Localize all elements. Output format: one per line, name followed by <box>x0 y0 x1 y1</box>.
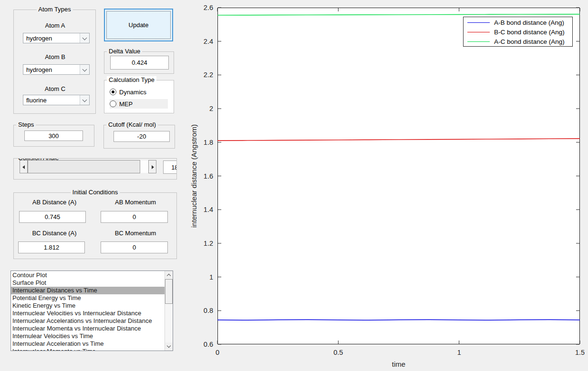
x-tick-label: 1.5 <box>575 349 585 356</box>
delta-value-input[interactable]: 0.424 <box>110 56 169 70</box>
radio-icon <box>110 89 116 95</box>
chevron-down-icon[interactable] <box>80 95 89 105</box>
bc-distance-input[interactable]: 1.812 <box>18 241 85 253</box>
x-tick-label: 0.5 <box>333 349 343 356</box>
delta-value-panel: Delta Value 0.424 <box>104 51 174 74</box>
scroll-down-icon[interactable] <box>165 342 173 351</box>
y-tick-label: 0.6 <box>204 341 213 348</box>
atom-c-value: fluorine <box>26 97 47 104</box>
steps-title: Steps <box>16 121 36 128</box>
atom-b-dropdown[interactable]: hydrogen <box>23 64 90 75</box>
atom-a-value: hydrogen <box>26 35 52 42</box>
y-tick-label: 2.2 <box>204 71 213 79</box>
list-item[interactable]: Contour Plot <box>11 271 165 279</box>
bond-distance-chart: 0.60.811.21.41.61.822.22.42.600.511.5tim… <box>217 8 580 344</box>
y-tick-label: 2.4 <box>204 38 213 45</box>
legend-line-sample <box>467 32 490 32</box>
delta-value-title: Delta Value <box>107 48 142 55</box>
radio-mep[interactable]: MEP <box>110 99 168 109</box>
list-item[interactable]: Potential Energy vs Time <box>11 294 165 302</box>
scrollbar-thumb[interactable] <box>165 279 173 304</box>
update-button-label: Update <box>106 11 171 39</box>
list-item[interactable]: Internuclear Velocities vs Internuclear … <box>11 310 165 317</box>
ab-momentum-input[interactable]: 0 <box>101 211 168 223</box>
atom-types-panel: Atom Types Atom A hydrogen Atom B hydrog… <box>13 10 96 114</box>
legend-label: B-C bond distance (Ang) <box>494 29 565 36</box>
ab-distance-input[interactable]: 0.745 <box>19 211 86 223</box>
radio-dynamics-label: Dynamics <box>119 89 146 96</box>
legend-label: A-B bond distance (Ang) <box>494 19 564 26</box>
radio-dynamics[interactable]: Dynamics <box>110 87 146 97</box>
legend-line-sample <box>467 22 490 23</box>
list-item[interactable]: Kinetic Energy vs Time <box>11 302 165 310</box>
collision-angle-input[interactable]: 180 <box>163 160 177 174</box>
steps-input[interactable]: 300 <box>24 130 83 141</box>
y-tick-label: 1.8 <box>204 139 213 146</box>
list-item[interactable]: Internulear Velocities vs Time <box>11 332 165 340</box>
ab-momentum-label: AB Momentum <box>100 199 171 206</box>
x-tick-label: 1 <box>457 349 461 356</box>
list-item[interactable]: Internuclear Momenta vs Time <box>11 348 165 351</box>
list-item[interactable]: Internuclear Acceleration vs Time <box>11 340 165 348</box>
y-tick-label: 2.6 <box>204 4 213 11</box>
radio-icon <box>110 100 116 107</box>
initial-conditions-title: Initial Conditions <box>71 189 120 196</box>
chevron-down-icon[interactable] <box>80 33 89 43</box>
y-tick-label: 2 <box>209 105 213 112</box>
atom-types-title: Atom Types <box>36 6 72 13</box>
y-axis-label: internuclear distance (Angstrom) <box>190 124 198 228</box>
cutoff-panel: Cutoff (Kcal/ mol) -20 <box>103 125 175 149</box>
chart-legend: A-B bond distance (Ang)B-C bond distance… <box>463 17 573 47</box>
legend-line-sample <box>467 41 490 42</box>
series-line <box>217 320 580 320</box>
slider-thumb[interactable] <box>28 160 140 173</box>
list-item[interactable]: Internuclear Accelerations vs Internucle… <box>11 317 165 325</box>
atom-a-dropdown[interactable]: hydrogen <box>23 33 90 43</box>
y-tick-label: 1.2 <box>204 240 213 247</box>
calculation-type-panel: Calculation Type Dynamics MEP <box>104 80 174 113</box>
plot-area <box>218 8 580 344</box>
collision-angle-slider[interactable] <box>20 160 156 173</box>
y-tick-label: 0.8 <box>204 307 213 314</box>
atom-c-label: Atom C <box>14 85 96 92</box>
slider-right-arrow-icon[interactable] <box>148 160 156 173</box>
bc-momentum-label: BC Momentum <box>100 230 171 237</box>
list-item[interactable]: Internuclear Momenta vs Internuclear Dis… <box>11 325 165 332</box>
legend-entry: A-B bond distance (Ang) <box>464 18 572 27</box>
list-item[interactable]: Surface Plot <box>11 279 165 287</box>
legend-label: A-C bond distance (Ang) <box>494 38 565 45</box>
calculation-type-title: Calculation Type <box>107 76 156 83</box>
y-tick-label: 1.6 <box>204 172 213 180</box>
atom-b-value: hydrogen <box>26 66 52 73</box>
x-axis-label: time <box>392 360 405 368</box>
radio-mep-label: MEP <box>119 100 133 108</box>
legend-entry: B-C bond distance (Ang) <box>464 27 572 37</box>
bc-momentum-input[interactable]: 0 <box>101 241 168 253</box>
atom-c-dropdown[interactable]: fluorine <box>23 95 90 105</box>
bc-distance-label: BC Distance (A) <box>19 230 90 237</box>
y-tick-label: 1 <box>209 273 213 281</box>
y-tick-label: 1.4 <box>204 206 213 213</box>
atom-a-label: Atom A <box>14 22 96 29</box>
initial-conditions-panel: Initial Conditions AB Distance (A) AB Mo… <box>13 192 177 259</box>
cutoff-title: Cutoff (Kcal/ mol) <box>106 121 158 128</box>
cutoff-input[interactable]: -20 <box>113 131 170 142</box>
listbox-scrollbar[interactable] <box>165 271 173 351</box>
plot-type-list: Contour PlotSurface PlotInternuclear Dis… <box>11 271 165 351</box>
slider-track[interactable] <box>140 160 148 173</box>
steps-panel: Steps 300 <box>13 125 94 147</box>
plot-type-listbox[interactable]: Contour PlotSurface PlotInternuclear Dis… <box>10 271 173 351</box>
atom-b-label: Atom B <box>14 53 96 60</box>
chevron-down-icon[interactable] <box>80 65 89 74</box>
legend-entry: A-C bond distance (Ang) <box>464 37 572 46</box>
slider-left-arrow-icon[interactable] <box>20 160 28 173</box>
ab-distance-label: AB Distance (A) <box>19 199 90 206</box>
main-window: Atom Types Atom A hydrogen Atom B hydrog… <box>0 0 588 371</box>
collision-angle-panel: Collision Angle 180 <box>13 158 177 180</box>
x-tick-label: 0 <box>216 349 219 356</box>
scroll-up-icon[interactable] <box>165 271 173 279</box>
list-item[interactable]: Internuclear Distances vs Time <box>11 287 165 294</box>
update-button[interactable]: Update <box>104 9 173 41</box>
